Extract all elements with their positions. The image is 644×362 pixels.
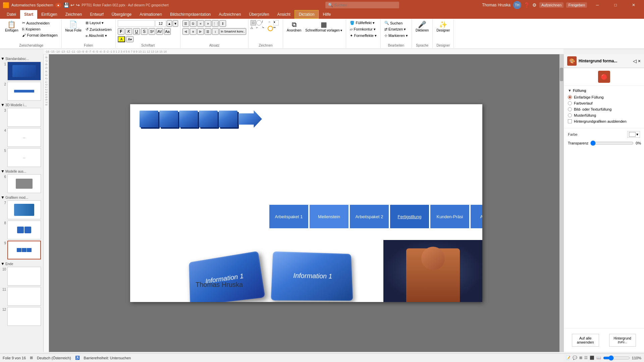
justify-btn[interactable]: ☰: [205, 28, 211, 35]
language-text[interactable]: Deutsch (Österreich): [37, 356, 71, 360]
font-case-btn[interactable]: Aa: [164, 28, 171, 35]
align-center-btn[interactable]: ≡: [190, 28, 197, 35]
share-btn[interactable]: Freigeben: [566, 2, 587, 8]
btn-zuruecksetzen[interactable]: ↺Zurücksetzen: [84, 26, 113, 32]
slide-canvas[interactable]: Arbeitspaket 1 Meilenstein Arbeitspaket …: [130, 104, 482, 302]
slide-6-thumb[interactable]: 6: [1, 174, 43, 193]
shadow-btn[interactable]: S²: [149, 28, 155, 35]
ms-box-4[interactable]: Fertigstllung: [390, 205, 429, 228]
bullets-btn[interactable]: ☰: [182, 20, 189, 27]
shape-free[interactable]: ✏: [273, 26, 279, 31]
btn-kopieren[interactable]: ⎘Kopieren: [20, 26, 59, 32]
tab-animationen[interactable]: Animationen: [136, 10, 166, 19]
shape-circle-highlight[interactable]: [268, 26, 273, 31]
shape-arrow[interactable]: →: [268, 20, 273, 25]
btn-anordnen[interactable]: ⧉ Anordnen: [285, 20, 303, 33]
shape-lshape[interactable]: ⌐: [256, 26, 262, 31]
color-swatch-btn[interactable]: ▾: [627, 131, 640, 138]
restore-btn[interactable]: □: [608, 0, 623, 10]
btn-neue-folie[interactable]: 📄 Neue Folie: [64, 20, 83, 33]
group-grafiken-header[interactable]: ▼ Grafiken mod...: [1, 194, 43, 200]
apply-all-btn[interactable]: Auf alle anwenden: [572, 334, 599, 347]
btn-formeffekt[interactable]: ✦Formeffekte ▾: [348, 33, 378, 39]
slide-5-thumb[interactable]: 5 —: [1, 148, 43, 167]
view-slide[interactable]: ⬛: [590, 356, 594, 360]
info-box-left[interactable]: Information 1: [187, 255, 261, 302]
ms-box-5[interactable]: Kunden-Präsi: [430, 205, 469, 228]
numbering-btn[interactable]: ①: [190, 20, 197, 27]
shape-tri[interactable]: △: [251, 26, 256, 31]
tab-einfuegen[interactable]: Einfügen: [37, 10, 61, 19]
slide-2-thumb[interactable]: 2: [1, 82, 43, 101]
radio-muster[interactable]: Musterfüllung: [568, 113, 640, 117]
bold-btn[interactable]: F: [118, 28, 124, 35]
tab-hilfe[interactable]: Hilfe: [319, 10, 335, 19]
radio-bild[interactable]: Bild- oder Texturfüllung: [568, 107, 640, 111]
tab-aufzeichnen[interactable]: Aufzeichnen: [215, 10, 245, 19]
tab-bildschirm[interactable]: Bildschirmpräsentation: [166, 10, 215, 19]
tab-ueberpruefen[interactable]: Überprüfen: [245, 10, 273, 19]
ms-box-3[interactable]: Arbeitspaket 2: [350, 205, 389, 228]
panel-close-btn[interactable]: ×: [638, 58, 641, 64]
slide-10-thumb[interactable]: 10: [1, 267, 43, 286]
recording-btn[interactable]: Aufzeichnen: [539, 2, 564, 8]
close-btn[interactable]: ✕: [626, 0, 641, 10]
view-normal[interactable]: ⊞: [579, 356, 582, 360]
align-left-btn[interactable]: ⫷: [182, 28, 189, 35]
btn-abschnitt[interactable]: ≡Abschnitt ▾: [84, 33, 113, 39]
shape-more[interactable]: ▾: [273, 20, 279, 25]
slide-11-thumb[interactable]: 11: [1, 287, 43, 306]
group-modelle-header[interactable]: ▼ Modelle aus...: [1, 168, 43, 174]
tab-uebergaenge[interactable]: Übergänge: [108, 10, 136, 19]
btn-designer[interactable]: ✨ Designer: [435, 20, 451, 33]
view-reading[interactable]: 📖: [596, 356, 601, 360]
highlight-btn[interactable]: A: [118, 36, 125, 42]
user-avatar[interactable]: TH: [513, 1, 521, 9]
btn-einfuegen[interactable]: 📋 Einfügen: [3, 20, 20, 33]
btn-layout[interactable]: ⊞Layout ▾: [84, 20, 113, 26]
font-family-input[interactable]: [118, 20, 155, 27]
info-box-right[interactable]: Information 1: [273, 252, 353, 300]
indent-dec-btn[interactable]: «: [197, 20, 204, 27]
font-size-dec[interactable]: ▼: [173, 20, 178, 27]
reset-btn[interactable]: Hintergrund zurü...: [609, 334, 636, 347]
notes-btn[interactable]: 📝: [566, 356, 571, 360]
panel-back-btn[interactable]: ◁: [633, 58, 637, 64]
slide-4-thumb[interactable]: 4 —: [1, 128, 43, 147]
align-right-btn[interactable]: ⫸: [197, 28, 204, 35]
group-1-header[interactable]: ▼ Standardabsc...: [1, 56, 43, 62]
tab-datei[interactable]: Datei: [3, 10, 20, 19]
radio-einfache[interactable]: Einfarbige Füllung: [568, 95, 640, 99]
underline-btn[interactable]: U: [133, 28, 140, 35]
btn-diktieren[interactable]: 🎤 Diktieren: [414, 20, 430, 33]
slide-1-thumb[interactable]: 1: [1, 62, 43, 80]
btn-markieren[interactable]: ⊹Markieren ▾: [383, 33, 410, 39]
comments-btn[interactable]: 💬: [573, 356, 577, 360]
canvas-area[interactable]: Arbeitspaket 1 Meilenstein Arbeitspaket …: [49, 54, 564, 352]
minimize-btn[interactable]: ─: [590, 0, 605, 10]
btn-suchen[interactable]: 🔍Suchen: [383, 20, 404, 26]
shape-connector[interactable]: ⤷: [262, 26, 267, 31]
slide-3-thumb[interactable]: 3: [1, 108, 43, 127]
accessibility-text[interactable]: Barrierefreiheit: Untersuchen: [84, 356, 131, 360]
slide-12-thumb[interactable]: 12: [1, 307, 43, 326]
tab-ansicht[interactable]: Ansicht: [273, 10, 294, 19]
btn-ausschneiden[interactable]: ✂Ausschneiden: [20, 20, 59, 26]
ms-box-6[interactable]: Abschluss: [471, 205, 482, 228]
shape-oval[interactable]: [256, 20, 262, 25]
group-3d-header[interactable]: ▼ 3D Modelle i...: [1, 102, 43, 108]
char-spacing-btn[interactable]: AV: [156, 28, 163, 35]
tab-start[interactable]: Start: [20, 10, 37, 19]
color-picker-icon[interactable]: 🔴: [598, 71, 610, 83]
italic-btn[interactable]: K: [125, 28, 132, 35]
tab-zeichnen[interactable]: Zeichnen: [61, 10, 86, 19]
slide-8-thumb[interactable]: 8: [1, 221, 43, 239]
font-size-inc[interactable]: ▲: [167, 20, 172, 27]
shape-rect[interactable]: □: [251, 20, 256, 25]
tab-entwurf[interactable]: Entwurf: [86, 10, 108, 19]
zoom-slider[interactable]: [603, 355, 630, 361]
btn-ersetzen[interactable]: ⇄Ersetzen ▾: [383, 26, 408, 32]
autosave-toggle[interactable]: ●: [55, 3, 61, 7]
slide-9-thumb[interactable]: 9: [1, 241, 43, 259]
smartart-btn[interactable]: In SmartArt konv..: [219, 28, 246, 35]
